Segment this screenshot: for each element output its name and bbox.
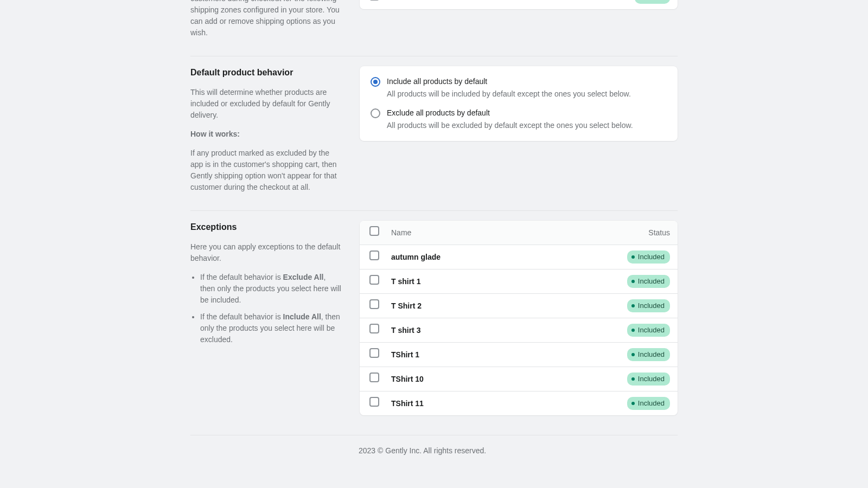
row-name: TShirt 10 <box>384 367 612 391</box>
shipping-table: Name Status United StatesActive <box>360 0 678 9</box>
behavior-card: Include all products by defaultAll produ… <box>360 66 678 141</box>
table-row[interactable]: autumn gladeIncluded <box>360 245 678 269</box>
exceptions-bullets: If the default behavior is Exclude All, … <box>190 272 342 345</box>
status-dot-icon <box>631 255 635 259</box>
status-dot-icon <box>631 402 635 405</box>
status-text: Active <box>646 0 665 3</box>
radio-sublabel: All products will be included by default… <box>387 88 631 100</box>
exceptions-title: Exceptions <box>190 221 342 234</box>
status-text: Included <box>638 349 665 360</box>
status-badge: Included <box>627 299 670 312</box>
bullet-strong: Exclude All <box>283 273 324 281</box>
bullet-strong: Include All <box>283 312 321 321</box>
status-badge: Included <box>627 251 670 264</box>
row-checkbox[interactable] <box>369 299 379 309</box>
col-name: Name <box>384 221 612 245</box>
exceptions-card: Name Status autumn gladeIncludedT shirt … <box>360 221 678 415</box>
radio-label: Exclude all products by default <box>387 107 633 119</box>
list-item: If the default behavior is Exclude All, … <box>200 272 342 306</box>
status-dot-icon <box>631 280 635 283</box>
radio-sublabel: All products will be excluded by default… <box>387 120 633 131</box>
status-text: Included <box>638 374 665 384</box>
behavior-desc: This will determine whether products are… <box>190 87 342 121</box>
behavior-title: Default product behavior <box>190 66 342 79</box>
status-text: Included <box>638 325 665 336</box>
radio-indicator[interactable] <box>371 108 380 118</box>
row-name: autumn glade <box>384 245 612 269</box>
table-row[interactable]: TShirt 1Included <box>360 343 678 367</box>
bullet-text: If the default behavior is <box>200 312 283 321</box>
row-checkbox[interactable] <box>369 275 379 285</box>
radio-label: Include all products by default <box>387 76 631 87</box>
status-text: Included <box>638 300 665 311</box>
status-dot-icon <box>631 353 635 356</box>
row-name: T shirt 3 <box>384 318 612 343</box>
radio-exclude-all[interactable]: Exclude all products by defaultAll produ… <box>371 107 667 131</box>
bullet-text: If the default behavior is <box>200 273 283 281</box>
list-item: If the default behavior is Include All, … <box>200 311 342 345</box>
row-name: T shirt 1 <box>384 269 612 294</box>
table-header-row: Name Status <box>360 221 678 245</box>
table-row[interactable]: T Shirt 2Included <box>360 294 678 318</box>
section-default-behavior: Default product behavior This will deter… <box>190 56 678 210</box>
how-it-works-label: How it works: <box>190 130 240 138</box>
shipping-card: Name Status United StatesActive <box>360 0 678 9</box>
table-row[interactable]: United StatesActive <box>360 0 678 9</box>
row-checkbox[interactable] <box>369 373 379 382</box>
row-checkbox[interactable] <box>369 324 379 333</box>
row-name: T Shirt 2 <box>384 294 612 318</box>
status-dot-icon <box>631 304 635 307</box>
exceptions-table: Name Status autumn gladeIncludedT shirt … <box>360 221 678 415</box>
status-badge: Included <box>627 275 670 288</box>
status-text: Included <box>638 252 665 262</box>
row-name: TShirt 11 <box>384 391 612 416</box>
col-status: Status <box>612 221 678 245</box>
row-checkbox[interactable] <box>369 348 379 358</box>
section-exceptions: Exceptions Here you can apply exceptions… <box>190 210 678 425</box>
status-badge: Included <box>627 397 670 410</box>
status-text: Included <box>638 398 665 409</box>
row-name: TShirt 1 <box>384 343 612 367</box>
exceptions-desc: Here you can apply exceptions to the def… <box>190 241 342 264</box>
shipping-desc: Gently shipping option will appear for c… <box>190 0 342 38</box>
footer-text: 2023 © Gently Inc. All rights reserved. <box>190 435 678 457</box>
status-text: Included <box>638 276 665 287</box>
section-shipping-zones: Shipping zones Gently shipping option wi… <box>190 0 678 56</box>
table-row[interactable]: TShirt 11Included <box>360 391 678 416</box>
status-badge: Included <box>627 324 670 337</box>
status-dot-icon <box>631 329 635 332</box>
select-all-checkbox[interactable] <box>369 226 379 236</box>
radio-indicator[interactable] <box>371 77 380 87</box>
row-checkbox[interactable] <box>369 251 379 260</box>
status-badge: Included <box>627 348 670 361</box>
radio-include-all[interactable]: Include all products by defaultAll produ… <box>371 76 667 100</box>
table-row[interactable]: TShirt 10Included <box>360 367 678 391</box>
table-row[interactable]: T shirt 3Included <box>360 318 678 343</box>
status-badge: Active <box>635 0 670 4</box>
table-row[interactable]: T shirt 1Included <box>360 269 678 294</box>
status-dot-icon <box>631 377 635 381</box>
row-checkbox[interactable] <box>369 0 379 1</box>
status-badge: Included <box>627 373 670 386</box>
row-checkbox[interactable] <box>369 397 379 407</box>
behavior-desc2: If any product marked as excluded by the… <box>190 147 342 193</box>
row-name: United States <box>384 0 612 9</box>
